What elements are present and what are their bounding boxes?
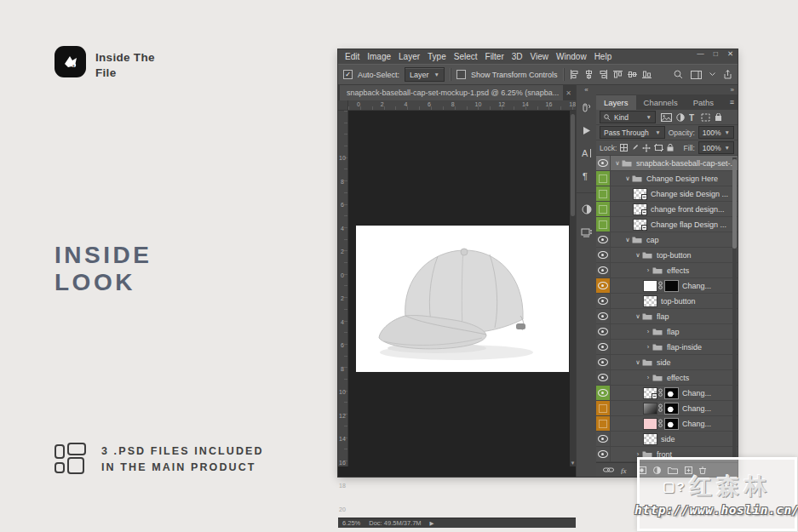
layer-row[interactable]: ∨snapback-baseball-cap-set-... <box>596 156 738 171</box>
chevron-down-icon[interactable]: ∨ <box>613 159 622 167</box>
filter-kind-dropdown[interactable]: Kind ▼ <box>600 111 656 123</box>
distribute-middle-icon[interactable] <box>628 70 637 79</box>
menu-filter[interactable]: Filter <box>485 52 504 61</box>
document-tab[interactable]: snapback-baseball-cap-set-mockup-1.psd @… <box>340 85 563 100</box>
status-chevron-icon[interactable]: ▶ <box>430 520 434 527</box>
link-layers-icon[interactable] <box>603 466 614 473</box>
workspace-icon[interactable] <box>691 71 702 79</box>
visibility-toggle[interactable] <box>596 171 611 186</box>
lock-move-icon[interactable] <box>642 144 651 152</box>
menu-layer[interactable]: Layer <box>399 52 420 61</box>
align-center-icon[interactable] <box>584 70 594 79</box>
visibility-eye-icon[interactable] <box>596 278 611 293</box>
chevron-down-icon[interactable]: ∨ <box>623 174 632 182</box>
visibility-eye-icon[interactable] <box>596 263 611 277</box>
visibility-toggle[interactable] <box>596 202 611 216</box>
chevron-right-icon[interactable]: › <box>644 266 652 274</box>
smart-object-filter-icon[interactable] <box>715 113 722 122</box>
visibility-eye-icon[interactable] <box>596 156 611 170</box>
layer-thumbnail[interactable] <box>634 204 646 215</box>
collapse-panel-icon[interactable]: » <box>731 85 734 95</box>
history-panel-icon[interactable] <box>580 100 594 114</box>
visibility-eye-icon[interactable] <box>596 355 611 369</box>
align-left-icon[interactable] <box>570 70 579 79</box>
distribute-bottom-icon[interactable] <box>642 70 652 79</box>
lock-all-icon[interactable] <box>667 144 674 152</box>
visibility-eye-icon[interactable] <box>596 340 611 354</box>
visibility-eye-icon[interactable] <box>596 370 611 385</box>
chevron-right-icon[interactable]: › <box>644 374 652 381</box>
zoom-level[interactable]: 6.25% <box>342 519 360 527</box>
visibility-eye-icon[interactable] <box>596 386 611 400</box>
layer-row[interactable]: ∨flap <box>596 309 738 324</box>
layer-row[interactable]: ›effects <box>596 370 738 386</box>
menu-view[interactable]: View <box>531 52 549 61</box>
layer-row[interactable]: Change side Design ... <box>596 186 738 202</box>
auto-select-checkbox[interactable]: ✓ <box>343 70 353 79</box>
share-icon[interactable] <box>723 70 732 79</box>
visibility-toggle[interactable] <box>596 186 611 201</box>
layer-row[interactable]: Change flap Design ... <box>596 217 738 232</box>
layer-row[interactable]: change front design... <box>596 202 738 217</box>
align-right-icon[interactable] <box>599 70 608 79</box>
canvas-viewport[interactable]: ▼ <box>348 111 576 466</box>
layer-row[interactable]: ∨Change Design Here <box>596 171 738 186</box>
visibility-eye-icon[interactable] <box>596 447 611 461</box>
expand-panels-icon[interactable]: « <box>577 85 596 95</box>
visibility-toggle[interactable] <box>596 416 611 431</box>
menu-image[interactable]: Image <box>367 52 391 61</box>
menu-help[interactable]: Help <box>594 52 612 61</box>
layer-row[interactable]: ∨side <box>596 355 738 370</box>
layer-row[interactable]: Chang... <box>596 416 738 432</box>
visibility-eye-icon[interactable] <box>596 248 611 262</box>
tab-layers[interactable]: Layers <box>596 95 636 110</box>
panel-menu-icon[interactable]: ≡ <box>730 98 734 106</box>
layer-comps-panel-icon[interactable] <box>580 226 594 239</box>
layer-mask-thumbnail[interactable] <box>665 419 678 429</box>
tab-channels[interactable]: Channels <box>636 95 686 110</box>
type-filter-icon[interactable]: T <box>689 113 697 122</box>
visibility-toggle[interactable] <box>596 401 611 415</box>
layer-thumbnail[interactable] <box>644 434 657 444</box>
chevron-down-icon[interactable] <box>709 72 715 77</box>
visibility-eye-icon[interactable] <box>596 432 611 446</box>
character-panel-icon[interactable]: A <box>580 146 594 160</box>
document-tab-close-icon[interactable]: ✕ <box>565 89 571 97</box>
layer-mask-thumbnail[interactable] <box>665 403 678 414</box>
lock-transparent-icon[interactable] <box>620 144 628 152</box>
paragraph-panel-icon[interactable]: ¶ <box>580 169 594 183</box>
document-canvas[interactable] <box>356 226 569 372</box>
layer-row[interactable]: top-button <box>596 294 738 309</box>
layer-effects-icon[interactable]: fx <box>621 466 630 474</box>
layer-thumbnail[interactable] <box>644 296 657 306</box>
adjustment-filter-icon[interactable] <box>676 113 685 122</box>
shape-filter-icon[interactable] <box>701 113 710 122</box>
layer-thumbnail[interactable] <box>634 220 646 230</box>
adjustments-panel-icon[interactable] <box>580 203 594 216</box>
close-button[interactable]: ✕ <box>727 49 733 58</box>
blend-mode-dropdown[interactable]: Pass Through▼ <box>600 126 665 139</box>
menu-type[interactable]: Type <box>428 52 446 61</box>
layer-mask-thumbnail[interactable] <box>665 388 678 398</box>
chevron-down-icon[interactable]: ∨ <box>634 358 642 366</box>
tab-paths[interactable]: Paths <box>686 95 721 110</box>
search-icon[interactable] <box>674 70 683 79</box>
menu-window[interactable]: Window <box>556 52 587 61</box>
image-filter-icon[interactable] <box>661 113 672 122</box>
actions-panel-icon[interactable] <box>580 123 594 137</box>
layer-thumbnail[interactable] <box>634 189 646 199</box>
visibility-eye-icon[interactable] <box>596 232 611 247</box>
chevron-down-icon[interactable]: ∨ <box>623 236 632 243</box>
layer-row[interactable]: ∨top-button <box>596 248 738 263</box>
opacity-dropdown[interactable]: 100%▼ <box>698 126 734 139</box>
layer-row[interactable]: ›effects <box>596 263 738 278</box>
maximize-button[interactable]: □ <box>714 49 718 58</box>
layer-thumbnail[interactable] <box>644 403 657 414</box>
visibility-toggle[interactable] <box>596 217 611 232</box>
visibility-eye-icon[interactable] <box>596 294 611 308</box>
menu-edit[interactable]: Edit <box>345 52 359 61</box>
chevron-right-icon[interactable]: › <box>644 343 652 351</box>
visibility-eye-icon[interactable] <box>596 309 611 323</box>
layers-scrollbar[interactable] <box>732 157 737 460</box>
layer-row[interactable]: side <box>596 432 738 447</box>
